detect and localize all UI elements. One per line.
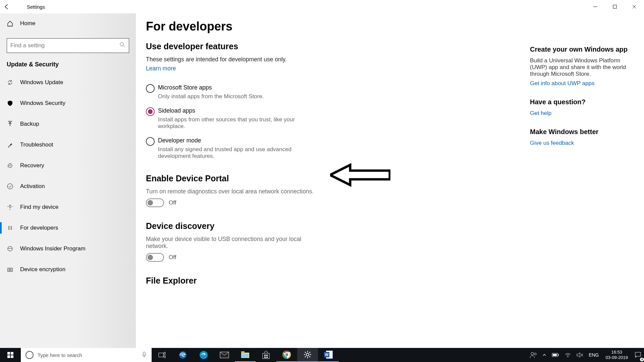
svg-point-6 [9, 205, 11, 207]
clock-date: 03-09-2019 [606, 355, 628, 360]
sidebar-item-troubleshoot[interactable]: Troubleshoot [0, 134, 136, 155]
sidebar-item-device-encryption[interactable]: Device encryption [0, 259, 136, 280]
svg-line-3 [123, 46, 125, 47]
home-icon [7, 20, 15, 27]
language-indicator[interactable]: ENG [586, 348, 601, 362]
sidebar-item-label: Windows Security [20, 100, 65, 107]
device-discovery-heading: Device discovery [146, 221, 634, 231]
radio-icon [146, 84, 155, 93]
device-portal-desc: Turn on remote diagnostics over local ar… [146, 188, 320, 195]
device-discovery-desc: Make your device visible to USB connecti… [146, 236, 320, 250]
svg-rect-25 [241, 351, 245, 353]
encryption-icon [7, 266, 15, 273]
rr-uwp-text: Build a Universal Windows Platform (UWP)… [530, 57, 634, 77]
sidebar-item-recovery[interactable]: Recovery [0, 155, 136, 176]
close-button[interactable] [625, 0, 644, 13]
svg-rect-28 [264, 355, 266, 356]
svg-point-5 [7, 184, 13, 189]
search-box[interactable] [7, 38, 129, 53]
sidebar-item-label: Windows Update [20, 79, 63, 86]
svg-line-42 [309, 352, 310, 353]
svg-point-2 [120, 43, 123, 46]
wifi-icon[interactable] [562, 348, 574, 362]
home-label: Home [20, 20, 35, 27]
taskbar-app-mail[interactable] [214, 348, 235, 362]
taskbar-app-word[interactable]: W [318, 348, 339, 362]
taskbar-search[interactable]: Type here to search [21, 348, 152, 362]
volume-mute-icon[interactable] [574, 348, 586, 362]
svg-rect-16 [11, 355, 13, 358]
radio-icon [146, 107, 155, 116]
search-input[interactable] [10, 42, 119, 49]
sidebar-item-activation[interactable]: Activation [0, 176, 136, 197]
clock-time: 16:53 [606, 350, 628, 355]
taskbar-app-chrome[interactable] [276, 348, 297, 362]
developer-icon [7, 225, 15, 231]
task-view-button[interactable] [152, 348, 172, 362]
radio-label: Developer mode [158, 137, 312, 144]
sidebar-item-label: Device encryption [20, 266, 65, 273]
taskbar-search-placeholder: Type here to search [38, 352, 82, 358]
radio-icon [146, 137, 155, 146]
main-content: For developers Use developer features Th… [136, 13, 644, 348]
check-circle-icon [7, 183, 15, 190]
sidebar-item-label: Find my device [20, 204, 58, 210]
svg-rect-29 [266, 355, 268, 356]
wrench-icon [7, 141, 15, 148]
taskbar-app-settings[interactable] [297, 348, 318, 362]
svg-rect-10 [8, 268, 12, 272]
taskbar-app-store[interactable] [256, 348, 276, 362]
mic-icon[interactable] [142, 351, 147, 359]
svg-line-41 [309, 356, 310, 357]
sidebar-item-label: Windows Insider Program [20, 245, 86, 252]
people-icon[interactable] [527, 348, 540, 362]
battery-icon[interactable] [549, 348, 562, 362]
cortana-icon [25, 351, 34, 359]
svg-point-8 [9, 248, 10, 249]
backup-icon [7, 121, 15, 127]
sidebar-item-for-developers[interactable]: For developers [0, 218, 136, 238]
sidebar-item-insider-program[interactable]: Windows Insider Program [0, 238, 136, 259]
minimize-button[interactable] [586, 0, 605, 13]
file-explorer-heading: File Explorer [146, 276, 634, 286]
page-title: For developers [146, 19, 634, 34]
back-button[interactable] [0, 0, 13, 13]
learn-more-link[interactable]: Learn more [146, 65, 176, 72]
svg-point-7 [8, 246, 12, 251]
device-discovery-toggle[interactable]: Off [146, 253, 634, 262]
sidebar-item-label: For developers [20, 225, 58, 231]
uwp-info-link[interactable]: Get info about UWP apps [530, 80, 634, 87]
get-help-link[interactable]: Get help [530, 110, 634, 117]
svg-rect-53 [635, 352, 641, 356]
home-nav[interactable]: Home [0, 13, 136, 34]
device-portal-toggle[interactable]: Off [146, 198, 634, 207]
shield-icon [7, 100, 15, 107]
show-hidden-icons[interactable] [540, 348, 549, 362]
taskbar-app-edge[interactable] [172, 348, 193, 362]
radio-sub: Install apps from other sources that you… [158, 116, 312, 130]
sidebar-item-backup[interactable]: Backup [0, 114, 136, 134]
rr-uwp-heading: Create your own Windows app [530, 46, 634, 53]
maximize-button[interactable] [605, 0, 625, 13]
sidebar-item-windows-security[interactable]: Windows Security [0, 93, 136, 114]
dev-features-desc: These settings are intended for developm… [146, 56, 320, 63]
svg-rect-27 [263, 353, 269, 359]
history-icon [7, 162, 15, 169]
svg-rect-17 [143, 352, 145, 355]
radio-sub: Only install apps from the Microsoft Sto… [158, 93, 264, 100]
feedback-link[interactable]: Give us feedback [530, 140, 634, 146]
start-button[interactable] [0, 348, 21, 362]
taskbar-clock[interactable]: 16:53 03-09-2019 [602, 350, 632, 360]
svg-rect-14 [11, 352, 13, 355]
taskbar-app-groove[interactable] [193, 348, 214, 362]
sidebar-item-windows-update[interactable]: Windows Update [0, 72, 136, 93]
sidebar-item-find-my-device[interactable]: Find my device [0, 197, 136, 218]
category-label: Update & Security [0, 53, 136, 72]
taskbar-app-file-explorer[interactable] [235, 348, 256, 362]
rr-feedback-heading: Make Windows better [530, 128, 634, 136]
action-center-icon[interactable]: 4 [632, 348, 644, 362]
search-icon [119, 42, 125, 49]
svg-rect-13 [7, 352, 10, 355]
sidebar-item-label: Recovery [20, 162, 44, 169]
sidebar-item-label: Activation [20, 183, 45, 190]
